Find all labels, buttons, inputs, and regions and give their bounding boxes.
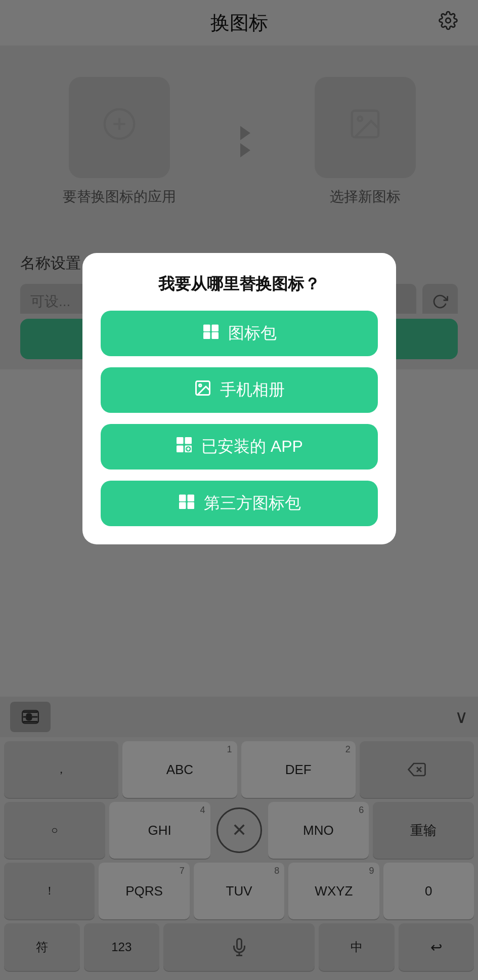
svg-rect-18 bbox=[177, 437, 184, 444]
svg-rect-12 bbox=[203, 325, 210, 332]
svg-rect-25 bbox=[179, 495, 186, 502]
svg-rect-28 bbox=[187, 502, 194, 509]
svg-rect-26 bbox=[187, 495, 194, 502]
icon-pack-label: 图标包 bbox=[228, 322, 277, 345]
icon-pack-button[interactable]: 图标包 bbox=[101, 311, 378, 356]
svg-rect-14 bbox=[203, 332, 210, 339]
svg-point-17 bbox=[199, 385, 201, 387]
modal-dialog: 我要从哪里替换图标？ 图标包 手机相册 bbox=[82, 253, 396, 544]
gallery-button[interactable]: 手机相册 bbox=[101, 367, 378, 413]
svg-rect-19 bbox=[185, 437, 192, 444]
gallery-label: 手机相册 bbox=[220, 379, 285, 401]
third-party-pack-button[interactable]: 第三方图标包 bbox=[101, 481, 378, 526]
third-party-pack-icon bbox=[178, 492, 196, 515]
third-party-pack-label: 第三方图标包 bbox=[204, 492, 301, 515]
svg-rect-27 bbox=[179, 502, 186, 509]
svg-rect-15 bbox=[211, 332, 219, 339]
installed-app-label: 已安装的 APP bbox=[201, 436, 303, 458]
svg-rect-20 bbox=[177, 446, 184, 453]
svg-rect-13 bbox=[211, 325, 219, 332]
modal-title: 我要从哪里替换图标？ bbox=[101, 273, 378, 295]
installed-app-button[interactable]: 已安装的 APP bbox=[101, 424, 378, 470]
gallery-icon bbox=[194, 379, 212, 401]
installed-app-icon bbox=[175, 436, 193, 458]
icon-pack-icon bbox=[202, 322, 220, 345]
